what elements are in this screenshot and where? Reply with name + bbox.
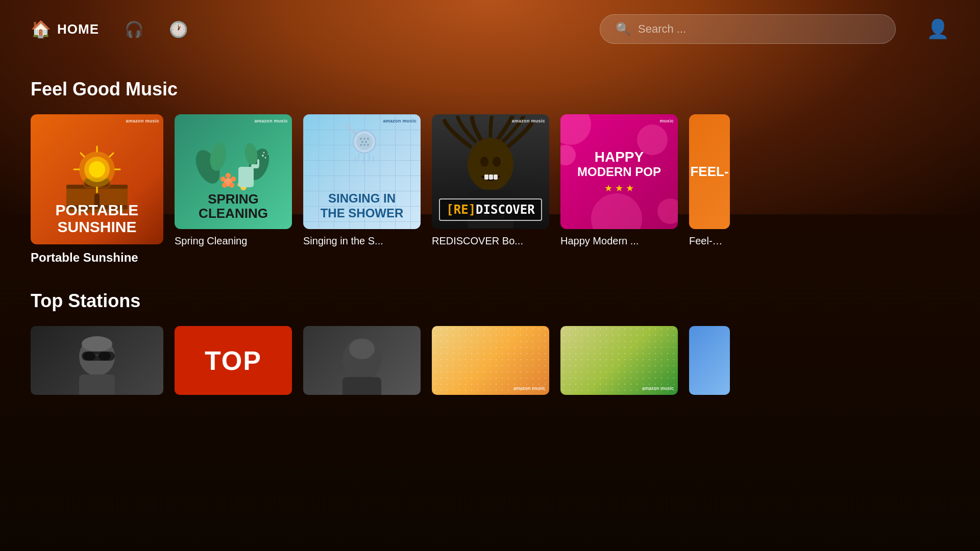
- spring-text-line1: SPRING: [175, 192, 292, 207]
- svg-point-67: [349, 339, 375, 359]
- spring-text-line2: CLEANING: [175, 206, 292, 221]
- svg-point-23: [229, 183, 234, 188]
- feel-good-section: Feel Good Music amazon music: [0, 79, 980, 265]
- svg-point-19: [226, 173, 231, 178]
- shower-illustration: [331, 119, 393, 170]
- svg-point-45: [367, 144, 369, 146]
- singing-text-line2: THE SHOWER: [303, 206, 421, 221]
- svg-point-52: [480, 157, 488, 167]
- headphones-icon[interactable]: 🎧: [125, 20, 143, 38]
- svg-point-20: [220, 177, 226, 182]
- svg-point-32: [265, 157, 266, 158]
- station-card-gradient2[interactable]: amazon music: [560, 326, 678, 395]
- home-nav[interactable]: 🏠 HOME: [31, 19, 99, 39]
- station-person2-illustration: [303, 326, 421, 395]
- profile-icon[interactable]: 👤: [926, 18, 949, 40]
- svg-rect-68: [342, 377, 381, 395]
- station-card-gradient1[interactable]: amazon music: [432, 326, 549, 395]
- card-label-rediscover: REDISCOVER Bo...: [432, 235, 549, 247]
- feel-good-card-row: amazon music: [31, 114, 949, 265]
- card-spring-cleaning[interactable]: amazon music: [175, 114, 292, 265]
- search-placeholder: Search ...: [638, 22, 686, 36]
- svg-point-38: [360, 138, 362, 140]
- station-card-top[interactable]: ToP: [175, 326, 292, 395]
- svg-line-48: [369, 154, 370, 161]
- card-label-singing: Singing in the S...: [303, 235, 421, 247]
- top-station-text: ToP: [205, 345, 262, 376]
- search-icon: 🔍: [616, 22, 631, 36]
- svg-point-62: [99, 352, 111, 361]
- star3: ★: [626, 183, 634, 194]
- svg-line-13: [110, 153, 113, 157]
- top-stations-section: Top Stations: [0, 290, 980, 395]
- svg-rect-65: [79, 374, 115, 395]
- card-portable-sunshine[interactable]: amazon music: [31, 114, 163, 265]
- top-stations-card-row: ToP: [31, 326, 949, 395]
- svg-point-51: [468, 138, 513, 191]
- card-label-spring: Spring Cleaning: [175, 235, 292, 247]
- svg-rect-30: [257, 159, 259, 167]
- station-person1-illustration: [31, 326, 163, 395]
- svg-rect-55: [489, 174, 493, 180]
- portable-text-line2: SUNSHINE: [31, 218, 163, 235]
- search-bar[interactable]: 🔍 Search ...: [600, 14, 896, 44]
- svg-line-49: [355, 156, 356, 163]
- card-label-happy: Happy Modern ...: [560, 235, 678, 247]
- svg-line-46: [358, 154, 359, 161]
- amazon-badge-station5: amazon music: [642, 386, 674, 391]
- svg-line-50: [373, 156, 374, 163]
- home-icon: 🏠: [31, 19, 51, 39]
- happy-text-line2: MODERN POP: [577, 165, 661, 179]
- amazon-badge-station4: amazon music: [513, 386, 545, 391]
- svg-point-42: [365, 141, 367, 143]
- svg-point-61: [83, 352, 95, 361]
- re-bracket: [RE]: [446, 203, 476, 217]
- amazon-badge-4: amazon music: [511, 118, 545, 123]
- svg-point-33: [263, 152, 265, 153]
- svg-point-41: [361, 141, 363, 143]
- svg-point-22: [222, 183, 227, 188]
- card-singing-shower[interactable]: amazon music: [303, 114, 421, 265]
- card-label-feel-partial: Feel-Go...: [689, 235, 730, 247]
- card-rediscover[interactable]: amazon music: [432, 114, 549, 265]
- svg-point-37: [356, 134, 373, 150]
- svg-point-34: [267, 154, 268, 155]
- card-happy-modern[interactable]: music HAPPY MODERN POP: [560, 114, 678, 265]
- svg-rect-63: [95, 354, 99, 356]
- svg-rect-28: [238, 167, 254, 187]
- station-card-person1[interactable]: [31, 326, 163, 395]
- svg-line-47: [363, 154, 364, 162]
- card-feel-good-partial[interactable]: FEEL- Feel-Go...: [689, 114, 730, 265]
- svg-rect-54: [484, 174, 488, 180]
- header: 🏠 HOME 🎧 🕐 🔍 Search ... 👤: [0, 0, 980, 58]
- feel-partial-text: FEEL-: [689, 159, 730, 185]
- portable-text-line1: PORTABLE: [31, 202, 163, 218]
- svg-point-21: [231, 177, 236, 182]
- svg-point-43: [360, 144, 362, 146]
- svg-line-12: [81, 153, 84, 157]
- svg-point-44: [363, 144, 365, 146]
- star1: ★: [604, 183, 612, 194]
- svg-point-31: [262, 155, 264, 157]
- station-card-person2[interactable]: [303, 326, 421, 395]
- svg-point-40: [367, 138, 369, 140]
- svg-point-53: [493, 157, 501, 167]
- svg-point-64: [82, 336, 112, 352]
- top-stations-title: Top Stations: [31, 290, 949, 312]
- history-icon[interactable]: 🕐: [169, 20, 188, 38]
- svg-point-39: [363, 138, 365, 140]
- card-label-portable: Portable Sunshine: [31, 251, 163, 265]
- svg-point-7: [89, 161, 105, 178]
- happy-text-line1: HAPPY: [577, 149, 661, 165]
- station-card-blue[interactable]: [689, 326, 730, 395]
- amazon-badge-2: amazon music: [254, 118, 288, 123]
- amazon-badge-1: amazon music: [126, 118, 159, 123]
- svg-rect-56: [494, 174, 498, 180]
- rediscover-text: [RE]DISCOVER: [446, 203, 534, 217]
- home-label: HOME: [57, 21, 99, 37]
- star2: ★: [615, 183, 623, 194]
- singing-text-line1: SINGING IN: [303, 191, 421, 206]
- feel-good-title: Feel Good Music: [31, 79, 949, 100]
